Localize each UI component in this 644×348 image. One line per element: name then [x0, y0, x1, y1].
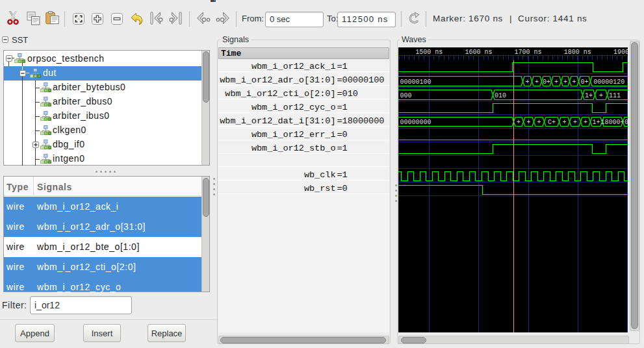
svg-text:1800 ns: 1800 ns	[564, 48, 591, 55]
svg-text:+: +	[517, 119, 521, 126]
svg-text:+: +	[599, 92, 603, 99]
svg-text:18000+: 18000+	[600, 119, 624, 126]
svg-text:+: +	[563, 79, 567, 86]
svg-text:0: 0	[625, 119, 628, 126]
svg-text:C+: C+	[548, 119, 556, 126]
svg-text:0+: 0+	[580, 79, 588, 86]
svg-text:+: +	[573, 119, 577, 126]
svg-text:1900 ns: 1900 ns	[613, 48, 628, 55]
svg-text:+: +	[584, 119, 587, 126]
svg-text:1500 ns: 1500 ns	[415, 48, 443, 55]
svg-text:0+: 0+	[543, 79, 550, 86]
svg-text:111: 111	[609, 92, 621, 99]
svg-text:1600 ns: 1600 ns	[465, 48, 492, 55]
svg-text:+: +	[535, 79, 539, 86]
svg-text:+: +	[526, 119, 530, 126]
svg-text:1+: 1+	[592, 119, 600, 126]
svg-text:+: +	[537, 119, 541, 126]
svg-text:00000120: 00000120	[593, 79, 625, 86]
svg-text:000: 000	[400, 92, 412, 99]
svg-text:+: +	[562, 119, 566, 126]
svg-text:00000100: 00000100	[400, 79, 431, 86]
svg-text:+: +	[572, 79, 576, 86]
svg-text:010: 010	[495, 92, 506, 99]
svg-text:1700 ns: 1700 ns	[515, 48, 542, 55]
svg-text:+: +	[554, 79, 558, 86]
svg-text:1+: 1+	[585, 92, 593, 99]
svg-text:00000000: 00000000	[400, 119, 431, 126]
svg-text:+: +	[525, 79, 529, 86]
